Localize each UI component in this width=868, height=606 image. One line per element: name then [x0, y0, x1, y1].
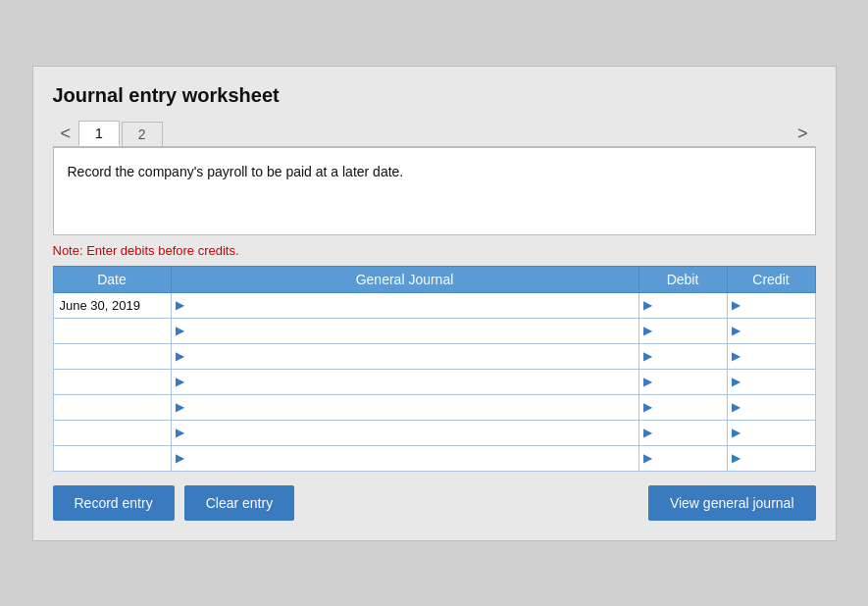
arrow-icon: ▶	[176, 324, 184, 337]
cell-date[interactable]	[53, 394, 171, 420]
arrow-icon: ▶	[176, 298, 184, 312]
table-row: June 30, 2019▶▶▶	[53, 292, 815, 318]
cell-journal[interactable]: ▶	[171, 292, 638, 318]
cell-journal[interactable]: ▶	[171, 318, 638, 343]
cell-journal[interactable]: ▶	[171, 369, 638, 394]
cell-debit[interactable]: ▶	[638, 292, 727, 318]
record-entry-button[interactable]: Record entry	[53, 485, 175, 521]
arrow-icon: ▶	[732, 426, 740, 439]
arrow-icon: ▶	[643, 349, 652, 363]
cell-debit[interactable]: ▶	[638, 318, 727, 343]
nav-prev-button[interactable]: <	[53, 121, 79, 146]
cell-credit[interactable]: ▶	[727, 445, 815, 471]
cell-debit[interactable]: ▶	[638, 369, 727, 394]
cell-date[interactable]	[53, 445, 171, 471]
table-row: ▶▶▶	[53, 343, 815, 369]
table-row: ▶▶▶	[53, 394, 815, 420]
note-text: Note: Enter debits before credits.	[53, 243, 816, 258]
arrow-icon: ▶	[643, 375, 652, 388]
cell-journal[interactable]: ▶	[171, 343, 638, 369]
arrow-icon: ▶	[643, 426, 652, 439]
arrow-icon: ▶	[732, 324, 740, 337]
arrow-icon: ▶	[643, 451, 652, 465]
tab-2[interactable]: 2	[122, 122, 163, 146]
table-row: ▶▶▶	[53, 318, 815, 343]
arrow-icon: ▶	[643, 298, 652, 312]
clear-entry-button[interactable]: Clear entry	[184, 485, 294, 521]
arrow-icon: ▶	[643, 324, 652, 337]
cell-journal[interactable]: ▶	[171, 445, 638, 471]
cell-date[interactable]	[53, 343, 171, 369]
col-header-journal: General Journal	[171, 266, 638, 292]
tabs-wrapper: < 1 2 >	[53, 121, 816, 147]
cell-date[interactable]	[53, 318, 171, 343]
col-header-credit: Credit	[727, 266, 815, 292]
table-row: ▶▶▶	[53, 445, 815, 471]
page-title: Journal entry worksheet	[53, 84, 816, 107]
table-row: ▶▶▶	[53, 420, 815, 445]
tab-1[interactable]: 1	[78, 121, 120, 146]
cell-date[interactable]	[53, 420, 171, 445]
journal-table: Date General Journal Debit Credit June 3…	[53, 266, 816, 472]
arrow-icon: ▶	[176, 375, 184, 388]
cell-debit[interactable]: ▶	[638, 343, 727, 369]
arrow-icon: ▶	[176, 400, 184, 414]
arrow-icon: ▶	[732, 375, 740, 388]
cell-date[interactable]: June 30, 2019	[53, 292, 171, 318]
arrow-icon: ▶	[176, 349, 184, 363]
table-row: ▶▶▶	[53, 369, 815, 394]
cell-credit[interactable]: ▶	[727, 292, 815, 318]
nav-next-button[interactable]: >	[790, 121, 816, 146]
arrow-icon: ▶	[732, 451, 740, 465]
instruction-box: Record the company's payroll to be paid …	[53, 147, 816, 235]
col-header-date: Date	[53, 266, 171, 292]
cell-debit[interactable]: ▶	[638, 394, 727, 420]
arrow-icon: ▶	[176, 451, 184, 465]
cell-credit[interactable]: ▶	[727, 318, 815, 343]
view-general-journal-button[interactable]: View general journal	[648, 485, 816, 521]
arrow-icon: ▶	[643, 400, 652, 414]
cell-credit[interactable]: ▶	[727, 369, 815, 394]
main-container: Journal entry worksheet < 1 2 > Record t…	[32, 66, 837, 541]
arrow-icon: ▶	[732, 349, 740, 363]
cell-date[interactable]	[53, 369, 171, 394]
arrow-icon: ▶	[176, 426, 184, 439]
cell-journal[interactable]: ▶	[171, 420, 638, 445]
cell-debit[interactable]: ▶	[638, 445, 727, 471]
col-header-debit: Debit	[638, 266, 727, 292]
cell-credit[interactable]: ▶	[727, 420, 815, 445]
buttons-row: Record entry Clear entry View general jo…	[53, 485, 816, 521]
cell-credit[interactable]: ▶	[727, 343, 815, 369]
instruction-text: Record the company's payroll to be paid …	[68, 162, 801, 221]
cell-credit[interactable]: ▶	[727, 394, 815, 420]
arrow-icon: ▶	[732, 298, 740, 312]
cell-debit[interactable]: ▶	[638, 420, 727, 445]
cell-journal[interactable]: ▶	[171, 394, 638, 420]
arrow-icon: ▶	[732, 400, 740, 414]
